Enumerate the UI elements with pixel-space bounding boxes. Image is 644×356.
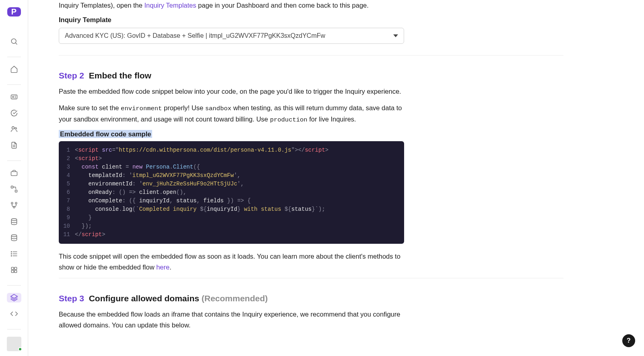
list-icon[interactable] bbox=[7, 249, 21, 259]
here-link[interactable]: here bbox=[156, 263, 169, 271]
step3-header: Step 3 Configure allowed domains (Recomm… bbox=[59, 294, 405, 303]
svg-point-0 bbox=[11, 39, 16, 43]
database-icon[interactable] bbox=[7, 217, 21, 226]
search-icon[interactable] bbox=[7, 37, 21, 46]
document-icon[interactable] bbox=[7, 140, 21, 150]
nav-divider bbox=[7, 84, 21, 85]
inquiry-templates-link[interactable]: Inquiry Templates bbox=[144, 2, 196, 9]
svg-point-3 bbox=[12, 96, 13, 97]
layers-icon[interactable] bbox=[7, 293, 21, 302]
app-logo[interactable]: P bbox=[7, 7, 21, 16]
svg-point-13 bbox=[11, 202, 12, 204]
svg-point-7 bbox=[15, 128, 17, 129]
step2-para1: Paste the embedded flow code snippet bel… bbox=[59, 86, 405, 97]
grid-icon[interactable] bbox=[7, 265, 21, 275]
step2-header: Step 2 Embed the flow bbox=[59, 71, 405, 80]
svg-rect-11 bbox=[11, 186, 13, 188]
svg-point-21 bbox=[11, 251, 12, 252]
template-select[interactable]: Advanced KYC (US): GovID + Database + Se… bbox=[59, 28, 404, 44]
svg-marker-28 bbox=[10, 294, 17, 298]
nav-divider bbox=[7, 329, 21, 329]
users-icon[interactable] bbox=[7, 124, 21, 134]
nav-divider bbox=[7, 285, 21, 286]
help-button[interactable]: ? bbox=[622, 334, 635, 347]
code-block[interactable]: 1<script src="https://cdn.withpersona.co… bbox=[59, 141, 404, 244]
main-content: Inquiry Templates), open the Inquiry Tem… bbox=[28, 0, 644, 356]
svg-point-22 bbox=[11, 253, 12, 254]
nav-divider bbox=[7, 57, 21, 57]
code-sample-label: Embedded flow code sample bbox=[59, 130, 152, 138]
branch-icon[interactable] bbox=[7, 200, 21, 210]
svg-rect-26 bbox=[11, 270, 14, 273]
avatar[interactable] bbox=[7, 337, 21, 351]
check-circle-icon[interactable] bbox=[7, 108, 21, 118]
sidebar: P bbox=[0, 0, 28, 356]
step3-para: Because the embedded flow loads an ifram… bbox=[59, 309, 405, 330]
svg-point-23 bbox=[11, 255, 12, 256]
section-divider bbox=[59, 278, 564, 278]
nav-divider bbox=[7, 161, 21, 161]
code-icon[interactable] bbox=[7, 309, 21, 319]
caret-down-icon bbox=[393, 33, 398, 38]
svg-point-6 bbox=[12, 127, 14, 129]
status-dot-icon bbox=[18, 347, 22, 351]
svg-point-14 bbox=[15, 202, 17, 204]
intro-paragraph: Inquiry Templates), open the Inquiry Tem… bbox=[59, 0, 405, 10]
svg-rect-24 bbox=[11, 267, 14, 270]
section-divider bbox=[59, 55, 564, 56]
svg-rect-12 bbox=[15, 190, 17, 192]
workflow-icon[interactable] bbox=[7, 184, 21, 194]
svg-point-17 bbox=[11, 235, 17, 237]
template-label: Inquiry Template bbox=[59, 16, 405, 24]
svg-rect-27 bbox=[14, 270, 17, 273]
template-select-value: Advanced KYC (US): GovID + Database + Se… bbox=[65, 32, 325, 39]
after-code-para: This code snippet will open the embedded… bbox=[59, 251, 405, 272]
svg-rect-2 bbox=[11, 95, 17, 99]
step2-para2: Make sure to set the environment properl… bbox=[59, 103, 405, 125]
briefcase-icon[interactable] bbox=[7, 168, 21, 178]
svg-rect-10 bbox=[11, 172, 17, 176]
id-card-icon[interactable] bbox=[7, 92, 21, 102]
home-icon[interactable] bbox=[7, 64, 21, 74]
svg-point-16 bbox=[11, 218, 17, 220]
svg-line-1 bbox=[15, 43, 17, 45]
database-alt-icon[interactable] bbox=[7, 233, 21, 243]
svg-rect-25 bbox=[14, 267, 17, 270]
